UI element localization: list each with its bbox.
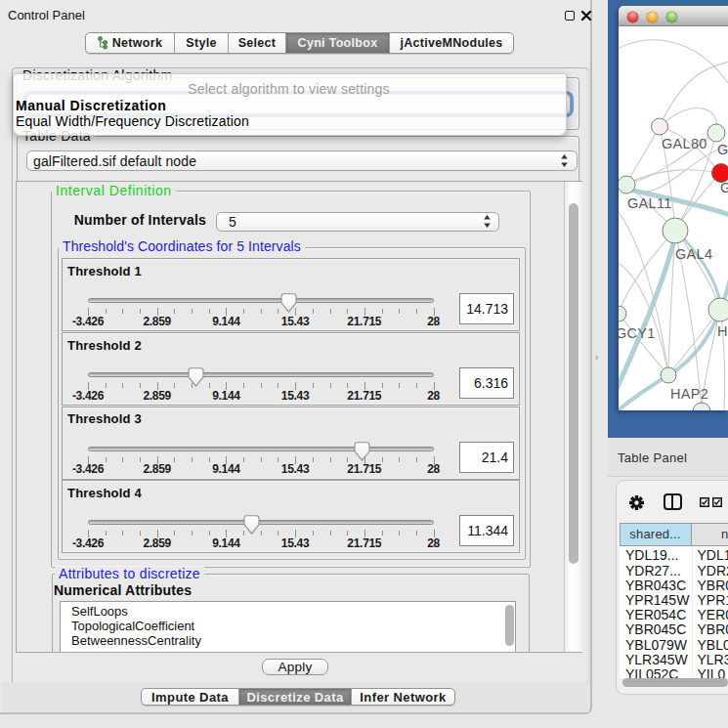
svg-text:GAL80: GAL80 — [662, 136, 707, 151]
svg-text:GCY1: GCY1 — [619, 325, 656, 341]
svg-text:HAP2: HAP2 — [670, 386, 708, 402]
svg-text:GAL11: GAL11 — [627, 195, 672, 211]
svg-text:H: H — [717, 323, 728, 339]
svg-text:G: G — [720, 180, 728, 195]
svg-text:G: G — [717, 142, 728, 157]
svg-text:GAL4: GAL4 — [675, 246, 712, 262]
